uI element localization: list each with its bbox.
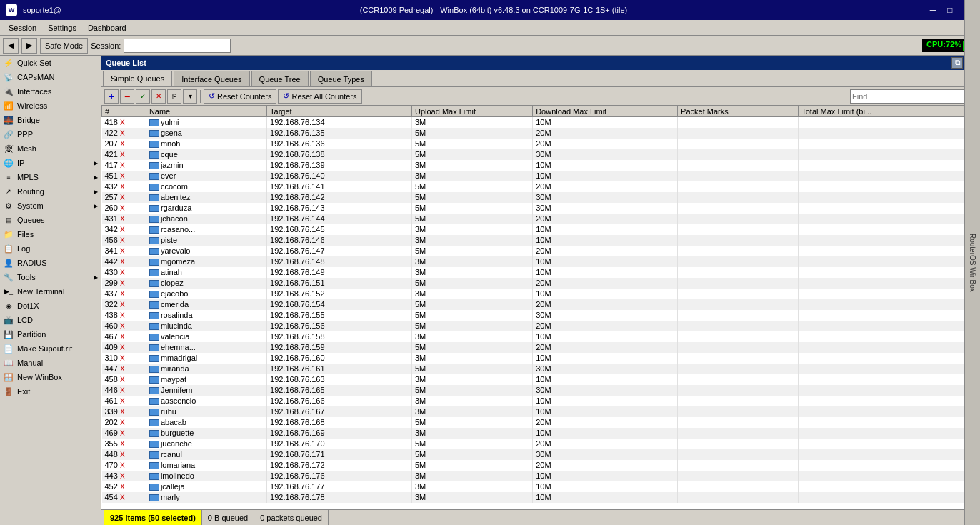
session-input[interactable] — [124, 39, 231, 53]
cell-name: ruhu — [146, 406, 266, 417]
tab-simple-queues[interactable]: Simple Queues — [103, 71, 172, 86]
sidebar-item-mesh[interactable]: 🕸 Mesh — [0, 141, 101, 156]
table-row[interactable]: 461 X aascencio 192.168.76.166 3M 10M — [102, 396, 980, 406]
table-row[interactable]: 443 X imolinedo 192.168.76.176 3M 10M — [102, 471, 980, 481]
queue-table-container[interactable]: # Name Target Upload Max Limit Download … — [101, 106, 980, 509]
table-row[interactable]: 460 X mlucinda 192.168.76.156 5M 20M — [102, 321, 980, 331]
cell-name: mgomeza — [146, 256, 266, 267]
table-row[interactable]: 446 X Jennifem 192.168.76.165 5M 30M — [102, 385, 980, 396]
col-marks[interactable]: Packet Marks — [678, 106, 799, 117]
col-name[interactable]: Name — [146, 106, 266, 117]
table-row[interactable]: 202 X abacab 192.168.76.168 5M 20M — [102, 417, 980, 428]
table-row[interactable]: 417 X jazmin 192.168.76.139 3M 10M — [102, 160, 980, 171]
sidebar-item-dot1x[interactable]: ◈ Dot1X — [0, 299, 101, 313]
table-row[interactable]: 437 X ejacobo 192.168.76.152 3M 10M — [102, 289, 980, 299]
sidebar-item-mpls[interactable]: ≡ MPLS — [0, 170, 101, 184]
table-row[interactable]: 458 X maypat 192.168.76.163 3M 10M — [102, 374, 980, 385]
table-row[interactable]: 448 X rcanul 192.168.76.171 5M 30M — [102, 449, 980, 460]
table-row[interactable]: 469 X burguette 192.168.76.169 3M 10M — [102, 428, 980, 439]
table-row[interactable]: 322 X cmerida 192.168.76.154 5M 20M — [102, 299, 980, 310]
table-row[interactable]: 257 X abenitez 192.168.76.142 5M 30M — [102, 192, 980, 203]
table-row[interactable]: 421 X cque 192.168.76.138 5M 30M — [102, 149, 980, 160]
menu-dashboard[interactable]: Dashboard — [82, 22, 132, 34]
reset-all-counters-button[interactable]: ↺ Reset All Counters — [278, 89, 361, 104]
sidebar-item-new-winbox[interactable]: 🪟 New WinBox — [0, 370, 101, 384]
forward-button[interactable]: ▶ — [21, 38, 37, 54]
table-row[interactable]: 342 X rcasano... 192.168.76.145 3M 10M — [102, 224, 980, 235]
table-row[interactable]: 456 X piste 192.168.76.146 3M 10M — [102, 235, 980, 246]
col-target[interactable]: Target — [267, 106, 412, 117]
sidebar-item-label: Mesh — [17, 144, 36, 153]
sidebar-item-quick-set[interactable]: ⚡ Quick Set — [0, 56, 101, 70]
table-row[interactable]: 422 X gsena 192.168.76.135 5M 20M — [102, 128, 980, 139]
table-row[interactable]: 438 X rosalinda 192.168.76.155 5M 30M — [102, 310, 980, 321]
sidebar-item-capsman[interactable]: 📡 CAPsMAN — [0, 70, 101, 84]
header-restore-button[interactable]: ⧉ — [951, 57, 963, 69]
table-row[interactable]: 431 X jchacon 192.168.76.144 5M 20M — [102, 214, 980, 224]
find-input[interactable] — [850, 89, 964, 104]
table-row[interactable]: 409 X ehemna... 192.168.76.159 5M 20M — [102, 342, 980, 353]
cell-num: 310 X — [102, 353, 146, 364]
sidebar-item-log[interactable]: 📋 Log — [0, 241, 101, 256]
table-row[interactable]: 310 X mmadrigal 192.168.76.160 3M 10M — [102, 353, 980, 364]
reset-counters-button[interactable]: ↺ Reset Counters — [204, 89, 276, 104]
tab-queue-tree[interactable]: Queue Tree — [251, 71, 309, 86]
table-row[interactable]: 452 X jcalleja 192.168.76.177 3M 10M — [102, 481, 980, 492]
minimize-button[interactable]: ─ — [926, 4, 940, 16]
sidebar-item-exit[interactable]: 🚪 Exit — [0, 384, 101, 399]
table-row[interactable]: 299 X clopez 192.168.76.151 5M 20M — [102, 278, 980, 289]
sidebar-item-files[interactable]: 📁 Files — [0, 227, 101, 241]
enable-button[interactable]: ✓ — [136, 89, 150, 104]
sidebar-item-ip[interactable]: 🌐 IP — [0, 156, 101, 170]
table-row[interactable]: 341 X yarevalo 192.168.76.147 5M 20M — [102, 246, 980, 256]
cell-upload: 5M — [412, 299, 533, 310]
table-row[interactable]: 430 X atinah 192.168.76.149 3M 10M — [102, 267, 980, 278]
disable-button[interactable]: ✕ — [151, 89, 166, 104]
table-row[interactable]: 339 X ruhu 192.168.76.167 3M 10M — [102, 406, 980, 417]
sidebar-item-label: Files — [17, 230, 34, 239]
sidebar-item-system[interactable]: ⚙ System — [0, 199, 101, 213]
sidebar-item-radius[interactable]: 👤 RADIUS — [0, 256, 101, 270]
maximize-button[interactable]: □ — [943, 4, 957, 16]
sidebar-item-queues[interactable]: ▤ Queues — [0, 213, 101, 227]
sidebar-item-new-terminal[interactable]: ▶_ New Terminal — [0, 284, 101, 299]
menu-session[interactable]: Session — [3, 22, 42, 34]
remove-button[interactable]: − — [120, 89, 134, 104]
col-upload[interactable]: Upload Max Limit — [412, 106, 533, 117]
table-row[interactable]: 447 X miranda 192.168.76.161 5M 30M — [102, 364, 980, 374]
table-row[interactable]: 260 X rgarduza 192.168.76.143 5M 30M — [102, 203, 980, 214]
col-download[interactable]: Download Max Limit — [533, 106, 678, 117]
table-row[interactable]: 470 X lomariana 192.168.76.172 5M 20M — [102, 460, 980, 471]
menu-settings[interactable]: Settings — [42, 22, 82, 34]
sidebar-item-tools[interactable]: 🔧 Tools — [0, 270, 101, 284]
table-row[interactable]: 451 X ever 192.168.76.140 3M 10M — [102, 171, 980, 181]
safe-mode-button[interactable]: Safe Mode — [40, 38, 88, 54]
sidebar-item-bridge[interactable]: 🌉 Bridge — [0, 113, 101, 127]
table-row[interactable]: 432 X ccocom 192.168.76.141 5M 20M — [102, 181, 980, 192]
cell-marks — [678, 481, 799, 492]
table-row[interactable]: 467 X valencia 192.168.76.158 3M 10M — [102, 331, 980, 342]
copy-button[interactable]: ⎘ — [167, 89, 181, 104]
sidebar-item-make-supout[interactable]: 📄 Make Supout.rif — [0, 341, 101, 356]
tab-queue-types[interactable]: Queue Types — [310, 71, 372, 86]
col-total[interactable]: Total Max Limit (bi... — [799, 106, 980, 117]
col-num[interactable]: # — [102, 106, 146, 117]
sidebar-item-wireless[interactable]: 📶 Wireless — [0, 99, 101, 113]
sidebar-item-interfaces[interactable]: 🔌 Interfaces — [0, 84, 101, 99]
sidebar-item-manual[interactable]: 📖 Manual — [0, 356, 101, 370]
sidebar-item-ppp[interactable]: 🔗 PPP — [0, 127, 101, 141]
sidebar-item-routing[interactable]: ↗ Routing — [0, 184, 101, 199]
cell-download: 10M — [533, 117, 678, 128]
table-row[interactable]: 418 X yulmi 192.168.76.134 3M 10M — [102, 117, 980, 128]
sidebar-item-partition[interactable]: 💾 Partition — [0, 327, 101, 341]
status-items-count: 925 items (50 selected) — [104, 510, 202, 525]
table-row[interactable]: 355 X jucanche 192.168.76.170 5M 20M — [102, 439, 980, 449]
tab-interface-queues[interactable]: Interface Queues — [174, 71, 249, 86]
filter-button[interactable]: ▾ — [183, 89, 197, 104]
back-button[interactable]: ◀ — [3, 38, 19, 54]
table-row[interactable]: 207 X mnoh 192.168.76.136 5M 20M — [102, 139, 980, 149]
sidebar-item-lcd[interactable]: 📺 LCD — [0, 313, 101, 327]
table-row[interactable]: 442 X mgomeza 192.168.76.148 3M 10M — [102, 256, 980, 267]
table-row[interactable]: 454 X marly 192.168.76.178 3M 10M — [102, 492, 980, 503]
add-button[interactable]: + — [104, 89, 119, 104]
